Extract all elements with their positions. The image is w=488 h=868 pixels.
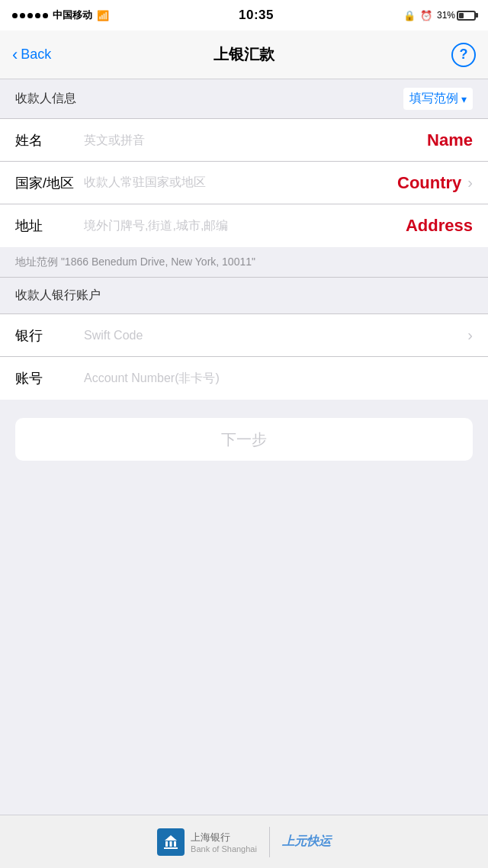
help-button[interactable]: ? — [451, 43, 476, 67]
footer-brand: 上元快运 — [282, 834, 331, 850]
next-button[interactable]: 下一步 — [15, 418, 473, 461]
back-button[interactable]: ‹ Back — [12, 45, 51, 65]
signal-dot-1 — [12, 13, 18, 18]
bank-form-container: 银行 Swift Code › 账号 — [0, 314, 488, 400]
help-icon: ? — [460, 47, 468, 63]
bank-placeholder: Swift Code — [84, 329, 461, 342]
bank-logo-icon — [157, 828, 185, 856]
footer-divider — [269, 827, 270, 857]
bank-chevron-icon: › — [467, 326, 473, 344]
country-annotation: Country — [397, 173, 461, 193]
wifi-icon: 📶 — [97, 10, 109, 21]
section-header-title: 收款人信息 — [15, 91, 76, 107]
bank-section-header: 收款人银行账户 — [0, 278, 488, 314]
carrier-label: 中国移动 — [53, 8, 92, 22]
battery-container: 31% — [437, 10, 476, 21]
svg-rect-2 — [170, 841, 172, 847]
section-header: 收款人信息 填写范例 ▾ — [0, 79, 488, 119]
name-input[interactable] — [84, 133, 415, 147]
signal-dot-2 — [20, 13, 25, 18]
next-button-container: 下一步 — [0, 400, 488, 479]
address-example-text: 地址范例 "1866 Benedum Drive, New York, 1001… — [15, 256, 255, 268]
status-time: 10:35 — [239, 8, 274, 23]
svg-rect-3 — [174, 841, 176, 847]
name-label: 姓名 — [15, 131, 84, 149]
signal-dot-4 — [35, 13, 40, 18]
status-left: 中国移动 📶 — [12, 8, 109, 22]
address-annotation: Address — [406, 216, 473, 236]
gray-background — [0, 479, 488, 723]
svg-marker-0 — [165, 835, 177, 841]
country-chevron-icon: › — [467, 174, 473, 191]
battery-icon — [457, 11, 476, 21]
fill-example-button[interactable]: 填写范例 ▾ — [403, 88, 473, 110]
fill-example-label: 填写范例 — [409, 91, 458, 107]
address-label: 地址 — [15, 217, 84, 235]
nav-bar: ‹ Back 上银汇款 ? — [0, 31, 488, 79]
svg-rect-1 — [165, 841, 168, 847]
signal-dots — [12, 13, 48, 18]
alarm-icon: ⏰ — [420, 10, 432, 21]
country-placeholder: 收款人常驻国家或地区 — [84, 175, 385, 191]
footer: 上海银行 Bank of Shanghai 上元快运 — [0, 815, 488, 868]
status-bar: 中国移动 📶 10:35 🔒 ⏰ 31% — [0, 0, 488, 31]
signal-dot-5 — [43, 13, 48, 18]
page-title: 上银汇款 — [214, 44, 274, 65]
bank-logo-svg — [162, 833, 180, 851]
country-label: 国家/地区 — [15, 174, 84, 192]
svg-rect-4 — [164, 847, 178, 849]
account-row: 账号 — [0, 357, 488, 400]
dropdown-chevron-icon: ▾ — [461, 93, 467, 105]
status-right: 🔒 ⏰ 31% — [403, 10, 476, 21]
bank-section-title: 收款人银行账户 — [15, 288, 101, 304]
address-input[interactable] — [84, 219, 393, 233]
bank-row[interactable]: 银行 Swift Code › — [0, 314, 488, 357]
bank-name-container: 上海银行 Bank of Shanghai — [191, 831, 257, 854]
account-label: 账号 — [15, 369, 84, 387]
form-container: 姓名 Name 国家/地区 收款人常驻国家或地区 Country › 地址 Ad… — [0, 119, 488, 247]
account-input[interactable] — [84, 371, 473, 385]
address-example-row: 地址范例 "1866 Benedum Drive, New York, 1001… — [0, 247, 488, 278]
back-label: Back — [21, 47, 51, 63]
name-row: 姓名 Name — [0, 119, 488, 162]
lock-icon: 🔒 — [403, 10, 416, 21]
signal-dot-3 — [27, 13, 33, 18]
name-annotation: Name — [427, 130, 473, 150]
bank-label: 银行 — [15, 326, 84, 345]
battery-percent: 31% — [437, 10, 455, 21]
footer-logo: 上海银行 Bank of Shanghai — [157, 828, 257, 856]
battery-fill — [459, 13, 464, 18]
address-row: 地址 Address — [0, 204, 488, 247]
country-row[interactable]: 国家/地区 收款人常驻国家或地区 Country › — [0, 162, 488, 204]
back-chevron-icon: ‹ — [12, 45, 18, 65]
bank-name-cn: 上海银行 — [191, 831, 257, 844]
bank-name-en: Bank of Shanghai — [191, 844, 257, 854]
